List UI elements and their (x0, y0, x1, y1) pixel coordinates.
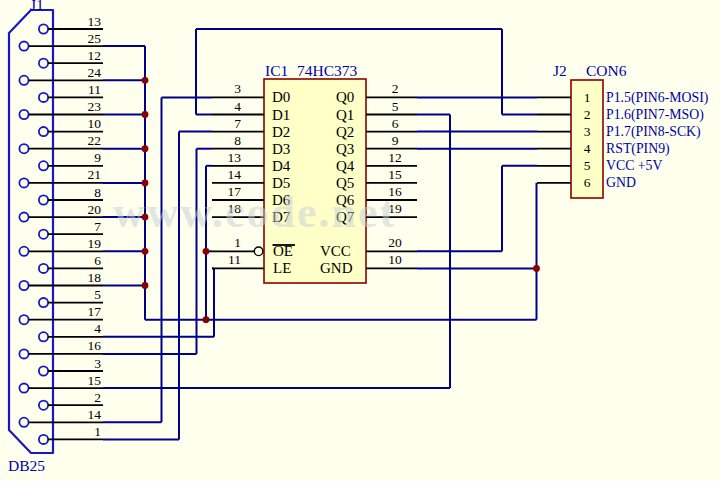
ic-power-pin-number: 20 (388, 235, 402, 250)
db25-label: DB25 (8, 457, 45, 474)
schematic-canvas: 1325122411231022921820719618517416315214… (0, 0, 720, 481)
j2-signal-label: GND (606, 175, 636, 190)
db25-pin-number: 16 (88, 338, 102, 353)
db25-pin-circle (19, 144, 28, 153)
j2-signal-label: VCC +5V (606, 158, 662, 173)
db25-pin-number: 10 (88, 116, 102, 131)
ic-input-pin-number: 14 (228, 167, 242, 182)
db25-pin-circle (39, 366, 48, 375)
ic-input-label: D4 (272, 158, 291, 174)
ic-input-label: D1 (272, 107, 290, 123)
db25-pin-number: 12 (88, 48, 102, 63)
ic-ctrl-label: LE (273, 260, 291, 276)
junction-dot (142, 248, 149, 255)
ic-ctrl-pin-number: 1 (234, 235, 241, 250)
db25-pin-circle (19, 178, 28, 187)
ic-input-pin-number: 3 (234, 81, 241, 96)
junction-dot (142, 77, 149, 84)
db25-pin-number: 3 (94, 356, 101, 371)
ic-ref-label: IC1 (265, 62, 288, 79)
j2-pin-number: 1 (584, 90, 591, 105)
db25-pin-circle (19, 110, 28, 119)
j2-pin-number: 6 (584, 175, 591, 190)
j2-pin-number: 5 (584, 158, 591, 173)
db25-pin-number: 23 (88, 99, 102, 114)
db25-pin-circle (39, 59, 48, 68)
j2-signal-label: P1.5(PIN6-MOSI) (606, 90, 708, 106)
db25-pin-circle (19, 349, 28, 358)
ic-power-label: VCC (320, 243, 351, 259)
db25-pin-number: 4 (94, 321, 101, 336)
db25-pin-number: 19 (88, 236, 102, 251)
ic-input-pin-number: 8 (234, 133, 241, 148)
ic-output-label: Q2 (336, 124, 354, 140)
db25-pin-number: 24 (88, 65, 102, 80)
db25-pin-number: 5 (94, 287, 101, 302)
ic-power-pin-number: 10 (388, 252, 402, 267)
db25-pin-number: 7 (94, 219, 101, 234)
ic-output-label: Q3 (336, 141, 354, 157)
junction-dot (203, 316, 210, 323)
ic-input-pin-number: 4 (234, 99, 241, 114)
ic-output-label: Q1 (336, 107, 354, 123)
db25-pin-circle (19, 315, 28, 324)
j2-pin-number: 4 (584, 141, 591, 156)
db25-pin-number: 20 (88, 202, 102, 217)
j2-ref-label: J2 (553, 62, 567, 79)
j2-pin-number: 3 (584, 124, 591, 139)
watermark-text: www.code.net (113, 188, 396, 237)
db25-pin-number: 13 (88, 14, 102, 29)
db25-pin-circle (39, 93, 48, 102)
ic-output-label: Q0 (336, 89, 354, 105)
junction-dot (142, 145, 149, 152)
db25-pin-circle (39, 195, 48, 204)
db25-pin-circle (19, 281, 28, 290)
oe-inverter-bubble (254, 247, 263, 256)
ic-ctrl-pin-number: 11 (228, 252, 241, 267)
db25-pin-circle (39, 332, 48, 341)
db25-pin-circle (39, 264, 48, 273)
db25-pin-circle (39, 401, 48, 410)
db25-pin-circle (19, 213, 28, 222)
db25-pin-number: 25 (88, 31, 102, 46)
junction-dot (533, 265, 540, 272)
j2-part-label: CON6 (586, 62, 627, 79)
db25-pin-number: 9 (94, 150, 101, 165)
ic-output-label: Q4 (336, 158, 355, 174)
ic-input-pin-number: 7 (234, 116, 241, 131)
j2-signal-label: P1.7(PIN8-SCK) (606, 124, 701, 140)
db25-pin-circle (39, 24, 48, 33)
db25-pin-number: 1 (94, 424, 101, 439)
ic-output-pin-number: 6 (392, 116, 399, 131)
db25-pin-number: 6 (94, 253, 101, 268)
db25-pin-number: 18 (88, 270, 102, 285)
db25-pin-number: 22 (88, 133, 102, 148)
ic-input-label: D0 (272, 89, 290, 105)
ic-output-pin-number: 5 (392, 99, 399, 114)
ic-input-label: D2 (272, 124, 290, 140)
db25-pin-circle (19, 76, 28, 85)
j2-signal-label: RST(PIN9) (606, 141, 670, 157)
db25-pin-circle (39, 127, 48, 136)
junction-dot (142, 111, 149, 118)
ic-input-label: D3 (272, 141, 290, 157)
db25-pin-number: 8 (94, 185, 101, 200)
j2-pin-number: 2 (584, 107, 591, 122)
db25-pin-circle (19, 42, 28, 51)
junction-dot (203, 248, 210, 255)
db25-pin-number: 21 (88, 167, 102, 182)
db25-pin-circle (39, 230, 48, 239)
j2-signal-label: P1.6(PIN7-MSO) (606, 107, 704, 123)
db25-pin-number: 14 (88, 407, 102, 422)
db25-pin-circle (39, 161, 48, 170)
db25-pin-number: 11 (88, 82, 101, 97)
junction-dot (142, 180, 149, 187)
db25-pin-circle (19, 247, 28, 256)
ic-power-label: GND (320, 260, 353, 276)
ic-input-pin-number: 13 (228, 150, 242, 165)
j1-ref-label: J1 (30, 0, 44, 13)
ic-output-pin-number: 9 (392, 133, 399, 148)
db25-pin-circle (19, 384, 28, 393)
db25-pin-number: 2 (94, 390, 101, 405)
db25-pin-number: 15 (88, 373, 102, 388)
